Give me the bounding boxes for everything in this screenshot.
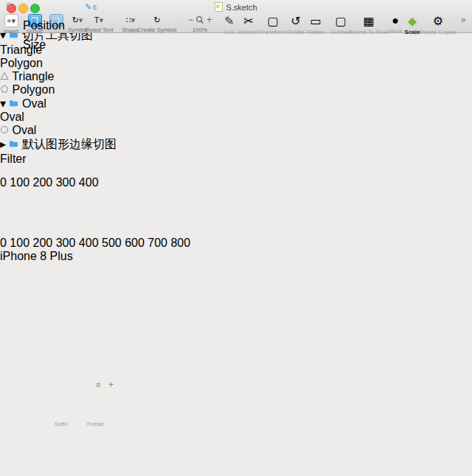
add-export-size-button[interactable]: +: [108, 379, 114, 390]
oval-icon: [0, 125, 9, 134]
horizontal-ruler: 0 100 200 300 400: [0, 166, 472, 189]
layer-row-folder-default-slices[interactable]: ▸ 默认图形边缘切图: [0, 137, 472, 153]
edit-button[interactable]: ✎ Edit: [221, 14, 237, 35]
caret-right-icon[interactable]: ▸: [0, 138, 6, 150]
search-icon: [6, 2, 13, 9]
zoom-in-icon[interactable]: +: [206, 15, 212, 25]
oval-shape[interactable]: [0, 301, 38, 339]
oval-slice-box[interactable]: [0, 422, 49, 469]
zoom-controls[interactable]: − + 100%: [183, 14, 217, 33]
polygon-icon: [0, 85, 9, 94]
export-list-icon[interactable]: ≡: [96, 380, 100, 389]
insert-button[interactable]: +▾ Insert: [1, 14, 21, 35]
size-label: Size: [23, 38, 46, 52]
create-symbol-icon: ↻: [151, 14, 164, 26]
pentagon-shape[interactable]: [0, 263, 39, 301]
styled-text-button[interactable]: T▾ Styled Text: [81, 14, 117, 33]
layer-row-polygon-slice[interactable]: Polygon: [0, 57, 472, 70]
scissors-icon: ✂: [237, 14, 260, 28]
edit-pencil-icon: ✎: [221, 14, 237, 28]
layer-row-polygon-shape[interactable]: Polygon: [0, 83, 472, 97]
triangle-slice-box[interactable]: [0, 469, 49, 476]
filter-bar: Filter ✎ 6: [0, 153, 472, 166]
window-title: S.sketch: [0, 2, 472, 12]
edit-count: 6: [93, 4, 97, 11]
flatten-button[interactable]: ▭ Flatten: [305, 14, 327, 35]
triangle-icon: [0, 71, 9, 80]
position-label: Position: [23, 19, 65, 32]
triangle-shape[interactable]: [0, 339, 39, 375]
window-chrome: S.sketch +▾ Insert ❐ Group ❏ Ungroup ↻▾ …: [0, 0, 472, 33]
layer-row-folder-oval[interactable]: ▾ Oval: [0, 97, 472, 111]
canvas[interactable]: 0 100 200 300 400 0 100 200 300 400 500 …: [0, 166, 472, 476]
caret-down-icon[interactable]: ▾: [0, 97, 6, 110]
scissors-button[interactable]: ✂ Scissors: [237, 14, 260, 35]
rotate-copies-gear-icon: ⚙: [417, 14, 459, 28]
rotate-icon: ↺: [285, 14, 306, 28]
layer-row-oval-slice-selected[interactable]: Oval: [0, 111, 472, 124]
pentagon-slice-box[interactable]: [0, 375, 49, 422]
magnifier-icon: [195, 15, 204, 24]
folder-icon: [9, 139, 18, 148]
document-icon: [215, 2, 223, 12]
artboard-label[interactable]: iPhone 8 Plus: [0, 250, 472, 263]
rotate-button[interactable]: ↺ Rotate: [285, 14, 306, 35]
create-symbol-button[interactable]: ↻ Create Symbol: [133, 14, 181, 33]
zoom-out-icon[interactable]: −: [188, 15, 193, 25]
toolbar-overflow-chevron[interactable]: »: [457, 14, 469, 26]
chevron-right-icon: »: [457, 14, 469, 26]
suffix-column-label: Suffix: [55, 421, 67, 427]
mask-icon: ●: [386, 14, 404, 27]
vertical-ruler: 0 100 200 300 400 500 600 700 800: [0, 189, 472, 250]
rotate-copies-button[interactable]: ⚙ Rotate Copies: [417, 14, 459, 35]
layer-row-triangle-slice[interactable]: Triangle: [0, 43, 472, 57]
round-to-pixel-icon: ▦: [348, 14, 389, 28]
filter-placeholder: Filter: [0, 153, 27, 165]
filter-input[interactable]: Filter: [0, 153, 472, 166]
round-to-pixel-button[interactable]: ▦ Round To Pixel: [348, 14, 389, 35]
styled-text-icon: T▾: [93, 14, 105, 26]
format-column-label: Format: [87, 421, 103, 427]
transform-button[interactable]: ▢ Transform: [258, 14, 288, 35]
transform-icon: ▢: [258, 14, 288, 28]
flatten-icon: ▭: [305, 14, 327, 28]
layer-row-oval-shape[interactable]: Oval: [0, 124, 472, 137]
mask-button[interactable]: ● Mask: [386, 14, 404, 35]
artboard[interactable]: [0, 263, 472, 476]
pencil-icon[interactable]: ✎: [85, 2, 91, 12]
layer-row-triangle-shape[interactable]: Triangle: [0, 70, 472, 83]
plus-icon: +▾: [4, 14, 18, 27]
folder-icon: [9, 99, 18, 108]
